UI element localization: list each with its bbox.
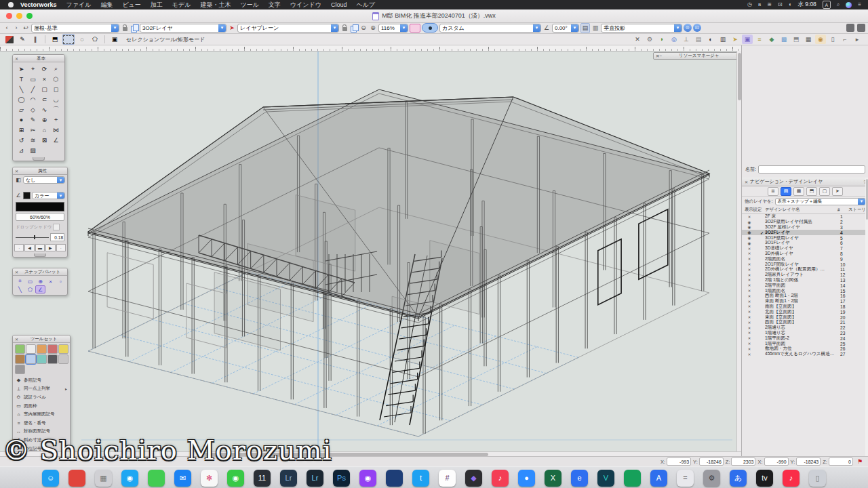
tool-icon[interactable]: ↺ <box>16 135 27 145</box>
tool-icon[interactable]: ✎ <box>27 115 39 125</box>
dock-icon[interactable]: 11 <box>254 470 271 487</box>
tool-icon[interactable]: ◡ <box>50 94 62 104</box>
rotation-icon[interactable]: ∠ <box>542 24 551 33</box>
name-input[interactable] <box>758 165 865 174</box>
toolset-tool[interactable]: ⊖ 認証ラベル <box>13 393 70 402</box>
column-story[interactable]: ストーリ <box>848 207 866 213</box>
palette-header[interactable]: ✕ 基本 <box>13 55 64 62</box>
dock-icon[interactable] <box>68 470 85 487</box>
tool-icon[interactable]: ＋ <box>50 115 62 125</box>
zoom-in-icon[interactable]: ⊕ <box>369 24 377 33</box>
tool-icon[interactable]: ⟳ <box>39 64 50 74</box>
tool-icon[interactable]: ▨ <box>27 145 39 155</box>
menu-item[interactable]: ビュー <box>122 1 140 9</box>
coordinate-value[interactable]: 0 <box>829 458 853 466</box>
menu-item[interactable]: Vectorworks <box>20 1 57 8</box>
pen-color-preview[interactable] <box>16 202 64 211</box>
toolset-category-icon[interactable] <box>15 354 25 364</box>
references-tab-icon[interactable]: ➤ <box>832 187 843 196</box>
snap-icon[interactable]: ▫ <box>56 277 66 285</box>
close-icon[interactable]: ✕ <box>15 169 18 174</box>
dock-icon[interactable]: t <box>412 470 429 487</box>
class-options-icon[interactable] <box>130 24 138 33</box>
view-visibility-icon[interactable] <box>422 23 438 33</box>
fill-style-dropdown[interactable]: なし▼ <box>23 176 65 184</box>
line-end-marker-button[interactable]: ▬ <box>35 244 45 251</box>
toolbar-icon[interactable]: ▤ <box>693 35 704 44</box>
display-icon[interactable]: ⊡ <box>778 0 783 9</box>
toolbar-icon[interactable]: ⌐ <box>840 35 850 44</box>
toolbar-icon[interactable]: ▩ <box>778 35 789 44</box>
dock-icon[interactable] <box>148 470 165 487</box>
dock-icon[interactable]: ✉ <box>174 470 191 487</box>
visibility-icon[interactable]: ✕ <box>745 300 754 304</box>
visibility-icon[interactable]: ✕ <box>745 310 754 314</box>
marquee-mode-icon[interactable] <box>62 34 75 45</box>
visibility-icon[interactable]: ✕ <box>745 336 754 340</box>
palette-header[interactable]: ✕ ツールセット <box>13 336 70 343</box>
fill-bucket-icon[interactable]: ◧ <box>15 177 22 183</box>
visibility-icon[interactable]: ✕ <box>745 257 754 261</box>
palette-resize-notch[interactable] <box>34 253 46 257</box>
tool-icon[interactable]: ▭ <box>27 74 39 84</box>
saved-view-icon[interactable]: ↩ <box>22 24 30 33</box>
layer-view-icon[interactable]: ▥ <box>591 24 599 33</box>
menu-item[interactable]: 建築・土木 <box>200 1 231 9</box>
toolbar-icon[interactable]: ◆ <box>766 35 777 44</box>
visibility-icon[interactable]: ✕ <box>745 331 754 335</box>
dock-icon[interactable]: ♪ <box>783 470 800 487</box>
tool-icon[interactable]: ⊿ <box>16 145 27 155</box>
dock-icon[interactable]: ▯ <box>809 470 826 487</box>
dock-icon[interactable]: ✼ <box>201 470 218 487</box>
tool-icon[interactable]: ◇ <box>27 104 39 115</box>
back-icon[interactable]: ‹ <box>3 24 11 33</box>
dock-icon[interactable]: tv <box>756 470 773 487</box>
close-icon[interactable]: ✕ <box>15 270 18 274</box>
volume-icon[interactable]: ◖ <box>789 0 792 9</box>
visibility-icon[interactable]: ◉ <box>745 220 754 224</box>
control-center-icon[interactable]: ≡ <box>858 0 861 9</box>
tool-icon[interactable]: ● <box>16 115 27 125</box>
tool-icon[interactable]: ◠ <box>27 94 39 104</box>
panel-toggle-icon[interactable] <box>857 24 865 32</box>
toolset-category-icon[interactable] <box>37 344 47 354</box>
sheet-layers-tab-icon[interactable]: ▦ <box>793 187 804 196</box>
navigation-header[interactable]: ✕ ナビゲーション・デザインレイヤ ? <box>742 178 868 186</box>
rotation-angle-field[interactable]: 0.00°▼ <box>552 24 579 33</box>
visibility-icon[interactable]: ✕ <box>745 215 754 219</box>
close-icon[interactable]: ✕ <box>15 56 18 61</box>
dock-icon[interactable]: e <box>571 470 588 487</box>
viewports-tab-icon[interactable]: ⬒ <box>806 187 817 196</box>
visibility-icon[interactable]: ◉ <box>745 230 754 235</box>
double-line-mode-icon[interactable]: ∥ <box>30 35 41 44</box>
input-source-icon[interactable]: A <box>823 1 831 9</box>
render-options-icon[interactable]: ⊡ <box>693 24 701 32</box>
toolset-category-icon[interactable] <box>26 354 36 364</box>
dock-icon[interactable]: ● <box>518 470 535 487</box>
pen-mode-icon[interactable]: ✎ <box>17 35 28 44</box>
class-lock-icon[interactable] <box>121 24 129 33</box>
toolset-category-icon[interactable] <box>37 354 47 364</box>
plane-dropdown[interactable]: レイヤプレーン▼ <box>237 24 339 33</box>
dock-icon[interactable]: Ps <box>333 470 350 487</box>
bluetooth-icon[interactable]: ʙ <box>758 0 761 9</box>
toolbar-icon[interactable]: ▸ <box>852 35 863 44</box>
dock-icon[interactable]: Lr <box>280 470 297 487</box>
dock-icon[interactable]: ◉ <box>359 470 376 487</box>
dock-icon[interactable] <box>386 470 403 487</box>
toolset-category-icon[interactable] <box>47 354 58 364</box>
menu-item[interactable]: ファイル <box>66 1 92 9</box>
toolbar-icon[interactable]: ◎ <box>669 35 679 44</box>
tool-icon[interactable]: ◻ <box>50 84 62 94</box>
visibility-icon[interactable]: ✕ <box>745 247 754 251</box>
line-end-marker-button[interactable]: · <box>56 244 66 251</box>
tool-icon[interactable]: T <box>16 74 27 84</box>
line-thickness-value[interactable]: 0.18 <box>50 233 64 241</box>
dock-icon[interactable]: = <box>677 470 694 487</box>
tool-icon[interactable]: ⊂ <box>39 94 50 104</box>
time-machine-icon[interactable]: ◷ <box>747 0 752 9</box>
visibility-icon[interactable]: ✕ <box>745 268 754 272</box>
drag-mode-icon[interactable]: ▣ <box>109 35 120 44</box>
visibility-icon[interactable]: ✕ <box>745 326 754 330</box>
coordinate-value[interactable]: -18243 <box>796 458 821 466</box>
